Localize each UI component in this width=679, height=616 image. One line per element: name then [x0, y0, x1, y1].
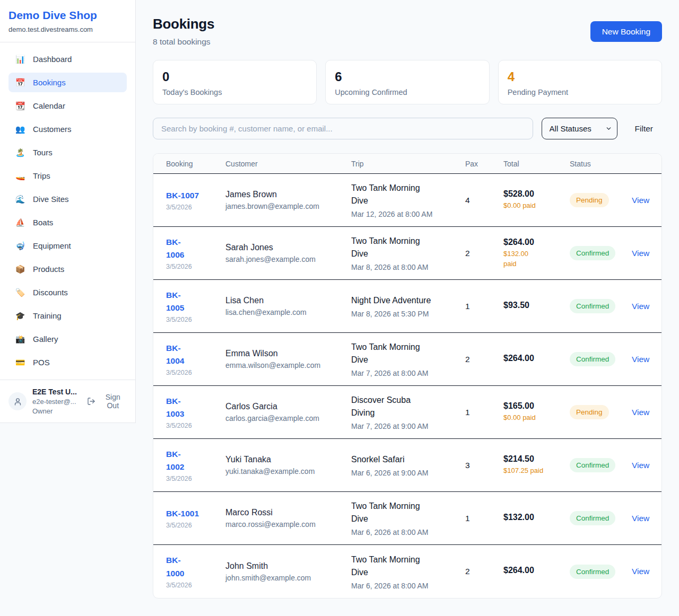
view-link[interactable]: View	[632, 567, 649, 576]
table-row: BK-1001 3/5/2026 Marco Rossi marco.rossi…	[153, 492, 661, 545]
sidebar-item-training[interactable]: 🎓 Training	[8, 306, 127, 325]
customer-email: marco.rossi@example.com	[225, 520, 351, 529]
view-link[interactable]: View	[632, 249, 649, 258]
sidebar-item-pos[interactable]: 💳 POS	[8, 353, 127, 372]
sidebar-item-dive-sites[interactable]: 🌊 Dive Sites	[8, 189, 127, 209]
sidebar-item-label: POS	[33, 358, 50, 367]
sidebar-item-equipment[interactable]: 🤿 Equipment	[8, 236, 127, 256]
booking-id-link[interactable]: BK- 1005	[166, 289, 184, 314]
bookings-icon: 📅	[15, 78, 25, 87]
booking-id-link[interactable]: BK- 1003	[166, 395, 184, 420]
sidebar-item-bookings[interactable]: 📅 Bookings	[8, 73, 127, 92]
trip-cell: Two Tank Morning Dive Mar 7, 2026 at 8:0…	[351, 341, 465, 377]
sidebar-item-label: Boats	[33, 218, 53, 227]
booking-id-link[interactable]: BK-1007	[166, 189, 199, 202]
sidebar-item-label: Discounts	[33, 288, 68, 297]
user-icon	[13, 397, 22, 406]
view-link[interactable]: View	[632, 408, 649, 417]
customer-email: sarah.jones@example.com	[225, 255, 351, 263]
actions-cell: View	[632, 408, 649, 417]
trip-name: Two Tank Morning Dive	[351, 553, 465, 579]
booking-cell: BK- 1006 3/5/2026	[166, 236, 225, 270]
pos-icon: 💳	[15, 358, 25, 367]
view-link[interactable]: View	[632, 514, 649, 523]
view-link[interactable]: View	[632, 196, 649, 205]
trip-cell: Night Dive Adventure Mar 8, 2026 at 5:30…	[351, 294, 465, 318]
view-link[interactable]: View	[632, 461, 649, 470]
customer-name: Lisa Chen	[225, 296, 351, 305]
actions-cell: View	[632, 461, 649, 470]
booking-id-link[interactable]: BK- 1006	[166, 236, 184, 261]
actions-cell: View	[632, 302, 649, 311]
booking-id-link[interactable]: BK- 1000	[166, 554, 184, 579]
trip-date: Mar 6, 2026 at 9:00 AM	[351, 469, 465, 477]
sidebar-item-label: Dashboard	[33, 55, 72, 64]
status-badge: Pending	[570, 405, 609, 419]
stat-card-upcoming-confirmed: 6 Upcoming Confirmed	[325, 60, 489, 104]
sidebar-item-products[interactable]: 📦 Products	[8, 259, 127, 279]
customer-email: james.brown@example.com	[225, 202, 351, 210]
booking-id-link[interactable]: BK-1001	[166, 507, 199, 520]
sign-out-button[interactable]: Sign Out	[87, 393, 127, 410]
total-cell: $165.00 $0.00 paid	[503, 401, 570, 423]
booking-cell: BK- 1004 3/5/2026	[166, 342, 225, 376]
status-filter-select[interactable]: All Statuses	[542, 118, 617, 139]
sidebar-item-label: Training	[33, 311, 62, 320]
sidebar: Demo Dive Shop demo.test.divestreams.com…	[0, 0, 136, 423]
booking-id-link[interactable]: BK- 1002	[166, 448, 184, 473]
sidebar-item-gallery[interactable]: 📸 Gallery	[8, 329, 127, 349]
equipment-icon: 🤿	[15, 241, 25, 251]
page-title: Bookings	[153, 16, 214, 32]
customer-name: Sarah Jones	[225, 243, 351, 252]
calendar-icon: 📆	[15, 101, 25, 111]
trip-date: Mar 12, 2026 at 8:00 AM	[351, 210, 465, 218]
sidebar-item-trips[interactable]: 🚤 Trips	[8, 166, 127, 186]
status-filter: All Statuses	[542, 118, 617, 139]
filter-controls: All Statuses Filter	[153, 118, 662, 139]
stat-label: Today's Bookings	[162, 88, 307, 96]
view-link[interactable]: View	[632, 302, 649, 311]
trip-name: Two Tank Morning Dive	[351, 341, 465, 366]
trip-cell: Two Tank Morning Dive Mar 12, 2026 at 8:…	[351, 182, 465, 218]
total-amount: $528.00	[503, 189, 570, 199]
status-badge: Confirmed	[570, 565, 615, 579]
sidebar-item-dashboard[interactable]: 📊 Dashboard	[8, 49, 127, 69]
booking-date: 3/5/2026	[166, 263, 225, 270]
actions-cell: View	[632, 196, 649, 205]
status-badge: Pending	[570, 193, 609, 207]
actions-cell: View	[632, 567, 649, 576]
trip-name: Discover Scuba Diving	[351, 394, 465, 419]
trip-name: Two Tank Morning Dive	[351, 182, 465, 207]
search-input[interactable]	[153, 118, 533, 139]
booking-date: 3/5/2026	[166, 204, 225, 211]
filter-button[interactable]: Filter	[626, 124, 662, 134]
customer-cell: Lisa Chen lisa.chen@example.com	[225, 296, 351, 316]
column-header-status: Status	[570, 160, 632, 168]
booking-id-link[interactable]: BK- 1004	[166, 342, 184, 367]
training-icon: 🎓	[15, 311, 25, 321]
table-header-row: Booking Customer Trip Pax Total Status	[153, 154, 661, 174]
paid-amount: $107.25 paid	[503, 466, 570, 476]
status-cell: Confirmed	[570, 352, 632, 366]
sidebar-item-calendar[interactable]: 📆 Calendar	[8, 96, 127, 116]
sidebar-item-label: Equipment	[33, 241, 71, 250]
table-row: BK- 1005 3/5/2026 Lisa Chen lisa.chen@ex…	[153, 280, 661, 333]
sidebar-item-discounts[interactable]: 🏷️ Discounts	[8, 283, 127, 302]
pax-cell: 2	[465, 249, 503, 258]
paid-amount: $0.00 paid	[503, 201, 570, 210]
total-amount: $264.00	[503, 237, 570, 247]
trip-date: Mar 7, 2026 at 9:00 AM	[351, 422, 465, 430]
sidebar-item-boats[interactable]: ⛵ Boats	[8, 213, 127, 232]
stat-card-pending-payment: 4 Pending Payment	[498, 60, 662, 104]
trip-date: Mar 7, 2026 at 8:00 AM	[351, 369, 465, 377]
new-booking-button[interactable]: New Booking	[590, 21, 662, 42]
customer-name: Emma Wilson	[225, 349, 351, 358]
customer-email: lisa.chen@example.com	[225, 308, 351, 316]
view-link[interactable]: View	[632, 355, 649, 364]
status-cell: Confirmed	[570, 458, 632, 472]
sidebar-item-tours[interactable]: 🏝️ Tours	[8, 143, 127, 162]
tours-icon: 🏝️	[15, 148, 25, 157]
booking-date: 3/5/2026	[166, 369, 225, 376]
sidebar-item-label: Products	[33, 265, 64, 274]
sidebar-item-customers[interactable]: 👥 Customers	[8, 119, 127, 139]
